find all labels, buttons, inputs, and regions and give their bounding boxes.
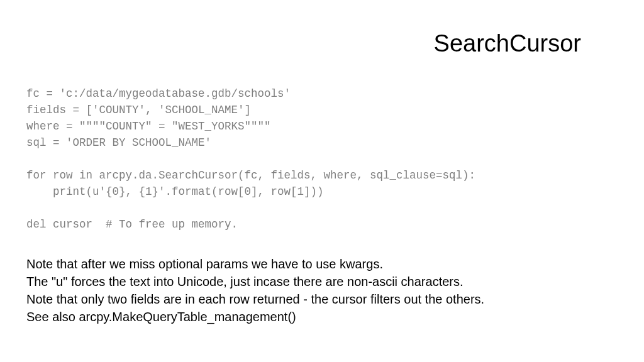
note-line: Note that after we miss optional params …: [26, 255, 618, 273]
code-block: fc = 'c:/data/mygeodatabase.gdb/schools'…: [26, 85, 475, 233]
note-line: See also arcpy.MakeQueryTable_management…: [26, 308, 618, 326]
note-line: Note that only two fields are in each ro…: [26, 290, 618, 308]
note-line: The "u" forces the text into Unicode, ju…: [26, 273, 618, 290]
slide-title: SearchCursor: [434, 30, 581, 57]
notes-block: Note that after we miss optional params …: [26, 255, 618, 326]
slide: SearchCursor fc = 'c:/data/mygeodatabase…: [0, 0, 644, 362]
